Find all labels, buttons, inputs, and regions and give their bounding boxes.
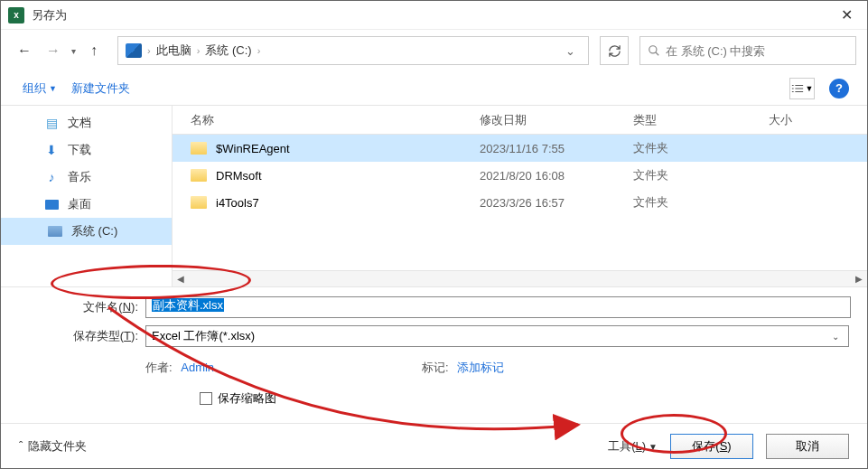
titlebar: x 另存为 ✕	[1, 1, 867, 30]
tags-label: 标记:	[422, 361, 449, 374]
chevron-up-icon: ˆ	[19, 439, 23, 453]
file-row[interactable]: i4Tools7 2023/3/26 16:57 文件夹	[173, 189, 867, 216]
document-icon: ▤	[44, 116, 59, 130]
column-name[interactable]: 名称	[191, 112, 480, 128]
tags-value[interactable]: 添加标记	[457, 361, 504, 374]
music-icon: ♪	[44, 170, 59, 184]
view-options-button[interactable]: ▼	[789, 78, 815, 99]
dialog-footer: ˆ 隐藏文件夹 工具(L)▼ 保存(S) 取消	[1, 423, 867, 468]
sidebar-item-desktop[interactable]: 桌面	[1, 191, 172, 218]
filename-input[interactable]: 副本资料.xlsx	[145, 296, 851, 318]
scroll-left-button[interactable]: ◀	[173, 271, 189, 287]
thumbnail-label: 保存缩略图	[218, 390, 276, 407]
sidebar-item-music[interactable]: ♪ 音乐	[1, 164, 172, 191]
sidebar-item-downloads[interactable]: ⬇ 下载	[1, 136, 172, 164]
toolbar: 组织▼ 新建文件夹 ▼ ?	[1, 71, 867, 106]
filename-label: 文件名(N):	[19, 299, 145, 315]
author-value[interactable]: Admin	[181, 361, 214, 374]
sidebar: ▤ 文档 ⬇ 下载 ♪ 音乐 桌面 系统 (C:)	[1, 106, 173, 286]
author-label: 作者:	[145, 361, 173, 374]
pc-icon	[126, 43, 142, 58]
filetype-select[interactable]: Excel 工作簿(*.xlsx) ⌄	[145, 325, 849, 347]
list-header: 名称 修改日期 类型 大小	[173, 106, 867, 135]
scroll-right-button[interactable]: ▶	[851, 271, 867, 287]
save-as-dialog: x 另存为 ✕ ← → ▾ ↑ › 此电脑 › 系统 (C:) › ⌄ 组织▼ …	[0, 0, 868, 469]
folder-icon	[191, 169, 207, 182]
cancel-button[interactable]: 取消	[766, 434, 849, 459]
download-icon: ⬇	[44, 143, 59, 157]
column-type[interactable]: 类型	[633, 112, 769, 128]
search-icon	[648, 44, 660, 57]
file-list: 名称 修改日期 类型 大小 $WinREAgent 2023/11/16 7:5…	[173, 106, 867, 286]
breadcrumb-drive[interactable]: 系统 (C:)	[205, 42, 251, 59]
list-body: $WinREAgent 2023/11/16 7:55 文件夹 DRMsoft …	[173, 135, 867, 270]
desktop-icon	[44, 197, 59, 211]
forward-button[interactable]: →	[41, 38, 66, 63]
save-form: 文件名(N): 副本资料.xlsx ⌄ 保存类型(T): Excel 工作簿(*…	[1, 286, 867, 423]
search-box[interactable]	[639, 36, 856, 65]
chevron-right-icon[interactable]: ›	[197, 45, 201, 56]
up-button[interactable]: ↑	[81, 38, 107, 63]
address-dropdown-icon[interactable]: ⌄	[560, 44, 581, 58]
chevron-right-icon[interactable]: ›	[257, 45, 261, 56]
column-date[interactable]: 修改日期	[480, 112, 633, 128]
help-button[interactable]: ?	[829, 79, 849, 98]
filetype-dropdown-icon: ⌄	[828, 332, 843, 342]
folder-icon	[191, 142, 207, 155]
horizontal-scrollbar[interactable]: ◀ ▶	[173, 270, 867, 286]
close-button[interactable]: ✕	[826, 1, 867, 30]
sidebar-item-documents[interactable]: ▤ 文档	[1, 109, 172, 136]
navigation-bar: ← → ▾ ↑ › 此电脑 › 系统 (C:) › ⌄	[1, 30, 867, 71]
excel-icon: x	[8, 7, 24, 23]
address-bar[interactable]: › 此电脑 › 系统 (C:) › ⌄	[117, 36, 589, 65]
file-row[interactable]: DRMsoft 2021/8/20 16:08 文件夹	[173, 162, 867, 189]
filetype-label: 保存类型(T):	[19, 328, 145, 344]
window-title: 另存为	[32, 7, 826, 23]
drive-icon	[48, 224, 62, 239]
breadcrumb-pc[interactable]: 此电脑	[156, 42, 191, 59]
sidebar-item-drive-c[interactable]: 系统 (C:)	[1, 218, 172, 245]
chevron-right-icon[interactable]: ›	[147, 45, 151, 56]
history-dropdown-icon[interactable]: ▾	[71, 46, 76, 56]
thumbnail-checkbox[interactable]	[200, 392, 212, 405]
search-input[interactable]	[666, 44, 848, 58]
refresh-button[interactable]	[600, 36, 629, 65]
svg-point-0	[649, 46, 657, 53]
organize-menu[interactable]: 组织▼	[19, 77, 61, 100]
column-size[interactable]: 大小	[769, 112, 823, 128]
content-area: ▤ 文档 ⬇ 下载 ♪ 音乐 桌面 系统 (C:) 名称	[1, 106, 867, 286]
hide-folders-toggle[interactable]: ˆ 隐藏文件夹	[19, 438, 87, 455]
folder-icon	[191, 196, 207, 209]
tools-menu[interactable]: 工具(L)▼	[608, 438, 658, 455]
back-button[interactable]: ←	[12, 38, 37, 63]
new-folder-button[interactable]: 新建文件夹	[68, 77, 134, 100]
save-button[interactable]: 保存(S)	[670, 434, 753, 459]
file-row[interactable]: $WinREAgent 2023/11/16 7:55 文件夹	[173, 135, 867, 162]
